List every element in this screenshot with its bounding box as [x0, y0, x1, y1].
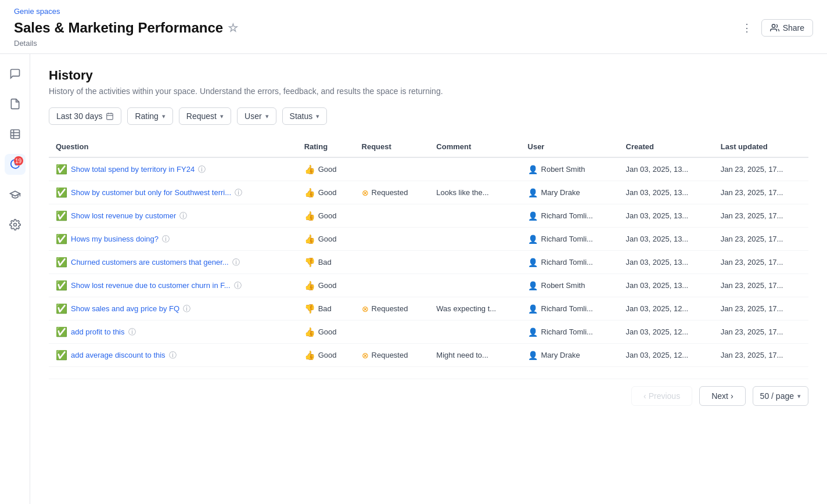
- info-icon[interactable]: ⓘ: [128, 327, 136, 337]
- cell-created: Jan 03, 2025, 12...: [619, 344, 714, 367]
- share-label: Share: [783, 23, 804, 33]
- cell-user: 👤 Mary Drake: [521, 181, 619, 204]
- learn-icon: [9, 189, 21, 200]
- share-button[interactable]: Share: [761, 19, 813, 37]
- svg-point-7: [13, 224, 16, 226]
- question-link[interactable]: Churned customers are customers that gen…: [71, 258, 229, 267]
- check-icon: ✅: [56, 326, 67, 337]
- table-row: ✅ add average discount to this ⓘ 👍 Good …: [49, 344, 808, 367]
- cell-user: 👤 Robert Smith: [521, 157, 619, 181]
- info-icon[interactable]: ⓘ: [162, 234, 170, 244]
- question-link[interactable]: Show by customer but only for Southwest …: [71, 188, 231, 197]
- user-icon: 👤: [528, 235, 538, 244]
- cell-request: [355, 321, 430, 344]
- filter-request[interactable]: Request ▾: [179, 107, 231, 125]
- settings-icon: [9, 219, 21, 231]
- question-link[interactable]: add average discount to this: [71, 351, 166, 359]
- check-icon: ✅: [56, 164, 67, 175]
- cell-question: ✅ Hows my business doing? ⓘ: [49, 228, 297, 251]
- info-icon[interactable]: ⓘ: [232, 257, 240, 268]
- question-link[interactable]: Show total spend by territory in FY24: [71, 165, 195, 174]
- question-link[interactable]: add profit to this: [71, 327, 125, 336]
- cell-question: ✅ Show lost revenue by customer ⓘ: [49, 204, 297, 228]
- cell-request: [355, 204, 430, 228]
- main-layout: 19 History History of the activities wit…: [0, 54, 827, 504]
- cell-created: Jan 03, 2025, 13...: [619, 204, 714, 228]
- rating-label: Good: [318, 211, 337, 220]
- thumb-icon: 👎: [304, 257, 315, 268]
- next-chevron-icon: ›: [731, 391, 733, 401]
- sidebar-item-learn[interactable]: [5, 184, 26, 205]
- user-icon: 👤: [528, 211, 538, 221]
- cell-request: [355, 274, 430, 297]
- cell-rating: 👍 Good: [297, 204, 355, 228]
- user-name: Richard Tomli...: [541, 327, 593, 336]
- user-name: Robert Smith: [541, 165, 585, 174]
- more-options-icon[interactable]: ⋮: [739, 19, 754, 37]
- user-name: Robert Smith: [541, 281, 585, 290]
- sidebar-item-history[interactable]: 19: [5, 154, 26, 175]
- cell-last-updated: Jan 23, 2025, 17...: [714, 344, 808, 367]
- breadcrumb[interactable]: Genie spaces: [14, 7, 813, 16]
- info-icon[interactable]: ⓘ: [169, 350, 177, 361]
- cell-request: ⊗Requested: [355, 344, 430, 367]
- info-icon[interactable]: ⓘ: [183, 304, 190, 314]
- cell-comment: Was expecting t...: [429, 297, 520, 321]
- info-icon[interactable]: ⓘ: [234, 280, 242, 291]
- user-name: Mary Drake: [541, 188, 580, 197]
- cell-user: 👤 Richard Tomli...: [521, 251, 619, 274]
- per-page-selector[interactable]: 50 / page ▾: [753, 386, 808, 406]
- cell-created: Jan 03, 2025, 13...: [619, 228, 714, 251]
- rating-label: Good: [318, 281, 337, 290]
- sidebar-item-document[interactable]: [5, 93, 26, 114]
- col-header-question: Question: [49, 136, 297, 157]
- cell-created: Jan 03, 2025, 12...: [619, 297, 714, 321]
- question-link[interactable]: Show lost revenue by customer: [71, 211, 176, 220]
- history-badge: 19: [14, 156, 23, 165]
- filter-rating[interactable]: Rating ▾: [127, 107, 172, 125]
- user-icon: 👤: [528, 281, 538, 290]
- request-label: Requested: [372, 351, 408, 359]
- details-link[interactable]: Details: [14, 39, 813, 53]
- previous-button[interactable]: ‹ Previous: [631, 386, 692, 406]
- share-icon: [770, 23, 779, 33]
- next-button[interactable]: Next ›: [699, 386, 745, 406]
- filter-status-label: Status: [290, 111, 313, 121]
- info-icon[interactable]: ⓘ: [235, 188, 242, 198]
- cell-user: 👤 Richard Tomli...: [521, 204, 619, 228]
- star-icon[interactable]: ☆: [228, 21, 238, 35]
- cell-question: ✅ Show by customer but only for Southwes…: [49, 181, 297, 204]
- info-icon[interactable]: ⓘ: [198, 164, 206, 175]
- cell-question: ✅ add profit to this ⓘ: [49, 321, 297, 344]
- cell-last-updated: Jan 23, 2025, 17...: [714, 251, 808, 274]
- filter-user[interactable]: User ▾: [237, 107, 276, 125]
- filter-date-label: Last 30 days: [56, 111, 102, 121]
- question-link[interactable]: Hows my business doing?: [71, 235, 159, 243]
- cell-rating: 👎 Bad: [297, 251, 355, 274]
- question-link[interactable]: Show lost revenue due to customer churn …: [71, 281, 231, 290]
- cell-comment: Looks like the...: [429, 181, 520, 204]
- cell-request: ⊗Requested: [355, 297, 430, 321]
- col-header-last-updated: Last updated: [714, 136, 808, 157]
- info-icon[interactable]: ⓘ: [179, 211, 187, 221]
- user-name: Richard Tomli...: [541, 211, 593, 220]
- question-link[interactable]: Show sales and avg price by FQ: [71, 304, 179, 313]
- sidebar-item-settings[interactable]: [5, 214, 26, 235]
- cell-last-updated: Jan 23, 2025, 17...: [714, 204, 808, 228]
- filter-status[interactable]: Status ▾: [282, 107, 328, 125]
- table-header-row: Question Rating Request Comment User Cre…: [49, 136, 808, 157]
- page-title-text: Sales & Marketing Performance: [14, 20, 223, 36]
- filter-date[interactable]: Last 30 days: [49, 107, 121, 125]
- cell-question: ✅ Churned customers are customers that g…: [49, 251, 297, 274]
- previous-chevron-icon: ‹: [643, 391, 646, 401]
- cell-rating: 👍 Good: [297, 321, 355, 344]
- sidebar-item-chat[interactable]: [5, 63, 26, 84]
- cell-comment: [429, 274, 520, 297]
- request-icon: ⊗: [362, 351, 369, 360]
- cell-question: ✅ Show sales and avg price by FQ ⓘ: [49, 297, 297, 321]
- chat-icon: [9, 68, 21, 80]
- rating-label: Good: [318, 327, 337, 336]
- sidebar-item-table[interactable]: [5, 124, 26, 145]
- svg-point-0: [772, 24, 775, 27]
- cell-last-updated: Jan 23, 2025, 17...: [714, 274, 808, 297]
